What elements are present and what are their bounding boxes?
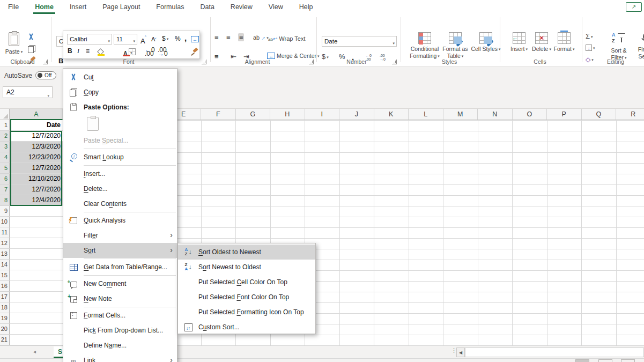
row-header-15[interactable]: 15	[0, 270, 10, 281]
row-header-9[interactable]: 9	[0, 206, 10, 217]
column-header-l[interactable]: L	[409, 109, 443, 120]
row-header-20[interactable]: 20	[0, 324, 10, 335]
alignment-dialog-launcher[interactable]	[309, 60, 314, 64]
submenu-item-sort-oldest-to-newest[interactable]: AZ↓Sort Oldest to Newest	[178, 245, 315, 260]
row-header-19[interactable]: 19	[0, 313, 10, 324]
menu-item-filter[interactable]: Filter›	[63, 228, 177, 243]
mini-bold-icon[interactable]: B	[68, 47, 72, 55]
row-header-14[interactable]: 14	[0, 260, 10, 270]
autosave-control[interactable]: AutoSave Off	[4, 71, 56, 79]
mini-decrease-font-icon[interactable]	[151, 35, 157, 43]
cell-a8[interactable]: 12/4/2020	[10, 195, 63, 206]
mini-fill-color-icon[interactable]	[97, 49, 103, 56]
tab-file[interactable]: File	[0, 0, 27, 14]
menu-item-copy[interactable]: Copy	[63, 85, 177, 100]
row-header-6[interactable]: 6	[0, 174, 10, 184]
cell-a1[interactable]: Date	[10, 120, 63, 131]
row-header-16[interactable]: 16	[0, 281, 10, 292]
mini-font-size-combo[interactable]: 11▾	[114, 34, 137, 45]
column-header-a[interactable]: A	[10, 109, 63, 120]
column-header-k[interactable]: K	[374, 109, 409, 120]
column-header-i[interactable]: I	[305, 109, 340, 120]
align-middle-icon[interactable]: ≡	[226, 33, 230, 41]
column-header-o[interactable]: O	[513, 109, 547, 120]
cell-a7[interactable]: 12/7/2020	[10, 184, 63, 195]
row-header-12[interactable]: 12	[0, 238, 10, 249]
column-header-j[interactable]: J	[339, 109, 374, 120]
column-header-g[interactable]: G	[236, 109, 271, 120]
mini-increase-decimal-icon[interactable]: ←0.00	[145, 48, 155, 56]
format-cells-button[interactable]: Format	[553, 32, 575, 69]
paste-option-button[interactable]	[63, 115, 177, 133]
menu-item-link[interactable]: Link›	[63, 353, 177, 362]
submenu-item-sort-newest-to-oldest[interactable]: ZA↓Sort Newest to Oldest	[178, 260, 315, 275]
row-header-1[interactable]: 1	[0, 120, 10, 131]
tab-help[interactable]: Help	[291, 0, 321, 14]
row-header-5[interactable]: 5	[0, 163, 10, 174]
number-format-combo[interactable]: Date▾	[322, 36, 397, 47]
clear-icon[interactable]	[586, 56, 594, 63]
mini-comma-icon[interactable]	[184, 33, 187, 42]
menu-item-smart-lookup[interactable]: Smart Lookup	[63, 150, 177, 165]
orientation-icon[interactable]: ab→	[253, 34, 269, 41]
mini-align-icon[interactable]: ≡	[86, 47, 90, 55]
tab-formulas[interactable]: Formulas	[148, 0, 192, 14]
menu-item-format-cells[interactable]: Format Cells...	[63, 308, 177, 323]
mini-merge-icon[interactable]	[191, 36, 199, 42]
menu-item-paste-options[interactable]: Paste Options:	[63, 100, 177, 115]
row-header-21[interactable]: 21	[0, 335, 10, 345]
menu-item-define-name[interactable]: Define Name...	[63, 338, 177, 353]
mini-percent-icon[interactable]: %	[175, 35, 181, 42]
row-header-10[interactable]: 10	[0, 217, 10, 227]
view-normal-button[interactable]	[575, 359, 589, 362]
cell-a3[interactable]: 12/3/2020	[10, 142, 63, 152]
fill-icon[interactable]	[586, 44, 595, 51]
tab-review[interactable]: Review	[223, 0, 261, 14]
submenu-item-put-selected-formatting-icon-on-top[interactable]: Put Selected Formatting Icon On Top	[178, 305, 315, 320]
autosave-toggle[interactable]: Off	[35, 71, 56, 79]
submenu-item-custom-sort[interactable]: Custom Sort...	[178, 320, 315, 335]
mini-accounting-icon[interactable]: $	[162, 35, 168, 42]
cell-a5[interactable]: 12/7/2020	[10, 163, 63, 174]
align-left-icon[interactable]: ≡	[214, 53, 218, 61]
wrap-text-button[interactable]: Wrap Text	[268, 35, 305, 42]
column-header-m[interactable]: M	[443, 109, 478, 120]
autosum-icon[interactable]	[586, 32, 593, 40]
submenu-item-put-selected-font-color-on-top[interactable]: Put Selected Font Color On Top	[178, 290, 315, 305]
mini-decrease-decimal-icon[interactable]: .00→0	[158, 48, 168, 56]
menu-item-pick-from-drop-down-list[interactable]: Pick From Drop-down List...	[63, 323, 177, 338]
align-top-icon[interactable]: ≡	[214, 33, 218, 41]
row-header-4[interactable]: 4	[0, 152, 10, 163]
hscroll-left-arrow[interactable]: ◀	[456, 348, 465, 357]
menu-item-new-comment[interactable]: New Comment	[63, 276, 177, 291]
row-header-3[interactable]: 3	[0, 142, 10, 152]
tab-home[interactable]: Home	[27, 0, 62, 14]
column-header-f[interactable]: F	[201, 109, 236, 120]
row-header-18[interactable]: 18	[0, 302, 10, 313]
select-all-corner[interactable]	[0, 109, 10, 120]
menu-item-quick-analysis[interactable]: Quick Analysis	[63, 213, 177, 228]
share-icon[interactable]: ↗	[626, 2, 642, 12]
menu-item-delete[interactable]: Delete...	[63, 181, 177, 196]
tab-page-layout[interactable]: Page Layout	[94, 0, 148, 14]
cell-a2[interactable]: 12/7/2020	[10, 131, 63, 142]
menu-item-get-data-from-table-range[interactable]: Get Data from Table/Range...	[63, 260, 177, 275]
cut-icon[interactable]	[28, 33, 34, 41]
accounting-format-icon[interactable]: $	[322, 53, 329, 61]
mini-increase-font-icon[interactable]	[140, 35, 146, 45]
copy-icon[interactable]	[28, 45, 35, 53]
view-page-layout-button[interactable]	[598, 359, 612, 362]
column-header-r[interactable]: R	[616, 109, 644, 120]
align-bottom-icon[interactable]: ≡	[238, 33, 244, 41]
mini-italic-icon[interactable]: I	[77, 47, 79, 55]
menu-item-cut[interactable]: Cut	[63, 70, 177, 85]
tab-view[interactable]: View	[261, 0, 291, 14]
mini-borders-icon[interactable]	[129, 48, 136, 55]
sort-filter-button[interactable]: AZ Sort & Filter	[605, 32, 633, 61]
row-header-13[interactable]: 13	[0, 249, 10, 260]
decrease-decimal-icon[interactable]: .00→0	[380, 54, 386, 61]
clipboard-dialog-launcher[interactable]	[43, 60, 48, 64]
prev-sheet-icon[interactable]: ◂	[33, 349, 36, 354]
cell-styles-button[interactable]: Cell Styles	[471, 32, 501, 69]
number-dialog-launcher[interactable]	[392, 60, 397, 64]
